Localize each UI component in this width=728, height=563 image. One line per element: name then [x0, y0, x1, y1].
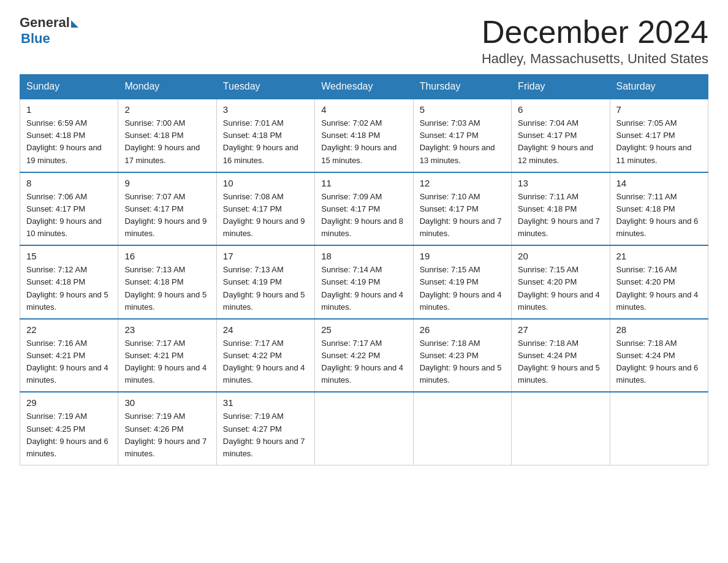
- week-row-2: 8Sunrise: 7:06 AMSunset: 4:17 PMDaylight…: [20, 172, 708, 246]
- day-number: 17: [223, 251, 308, 261]
- day-number: 8: [26, 178, 112, 188]
- day-number: 9: [124, 178, 210, 188]
- calendar-cell: 6Sunrise: 7:04 AMSunset: 4:17 PMDaylight…: [512, 99, 610, 172]
- day-number: 22: [26, 324, 112, 335]
- day-info: Sunrise: 7:04 AMSunset: 4:17 PMDaylight:…: [518, 117, 603, 167]
- day-info: Sunrise: 7:15 AMSunset: 4:19 PMDaylight:…: [420, 264, 505, 313]
- day-number: 3: [223, 104, 308, 115]
- calendar-cell: [610, 392, 708, 465]
- day-info: Sunrise: 7:05 AMSunset: 4:17 PMDaylight:…: [616, 117, 702, 167]
- day-number: 31: [223, 397, 308, 408]
- weekday-header-monday: Monday: [118, 75, 216, 99]
- calendar-cell: 1Sunrise: 6:59 AMSunset: 4:18 PMDaylight…: [20, 99, 118, 172]
- day-info: Sunrise: 7:11 AMSunset: 4:18 PMDaylight:…: [616, 191, 702, 240]
- day-info: Sunrise: 7:16 AMSunset: 4:20 PMDaylight:…: [616, 264, 702, 313]
- day-info: Sunrise: 7:11 AMSunset: 4:18 PMDaylight:…: [518, 191, 603, 240]
- day-number: 16: [124, 251, 210, 261]
- day-number: 6: [518, 104, 603, 115]
- day-number: 23: [124, 324, 210, 335]
- logo-general-text: General: [20, 15, 70, 31]
- day-info: Sunrise: 7:13 AMSunset: 4:19 PMDaylight:…: [223, 264, 308, 313]
- day-info: Sunrise: 7:06 AMSunset: 4:17 PMDaylight:…: [26, 191, 112, 240]
- calendar-cell: 10Sunrise: 7:08 AMSunset: 4:17 PMDayligh…: [216, 172, 314, 246]
- calendar-cell: 20Sunrise: 7:15 AMSunset: 4:20 PMDayligh…: [512, 245, 610, 319]
- day-info: Sunrise: 7:09 AMSunset: 4:17 PMDaylight:…: [321, 191, 406, 240]
- day-number: 2: [124, 104, 210, 115]
- day-info: Sunrise: 7:08 AMSunset: 4:17 PMDaylight:…: [223, 191, 308, 240]
- day-info: Sunrise: 7:03 AMSunset: 4:17 PMDaylight:…: [420, 117, 505, 167]
- weekday-header-row: SundayMondayTuesdayWednesdayThursdayFrid…: [20, 75, 708, 99]
- calendar-cell: 12Sunrise: 7:10 AMSunset: 4:17 PMDayligh…: [413, 172, 511, 246]
- day-number: 7: [616, 104, 702, 115]
- weekday-header-friday: Friday: [512, 75, 610, 99]
- calendar-cell: 30Sunrise: 7:19 AMSunset: 4:26 PMDayligh…: [118, 392, 216, 465]
- calendar-cell: 27Sunrise: 7:18 AMSunset: 4:24 PMDayligh…: [512, 319, 610, 393]
- calendar-cell: 2Sunrise: 7:00 AMSunset: 4:18 PMDaylight…: [118, 99, 216, 172]
- day-info: Sunrise: 6:59 AMSunset: 4:18 PMDaylight:…: [26, 117, 112, 167]
- calendar-cell: 31Sunrise: 7:19 AMSunset: 4:27 PMDayligh…: [216, 392, 314, 465]
- day-number: 21: [616, 251, 702, 261]
- calendar-cell: [512, 392, 610, 465]
- weekday-header-tuesday: Tuesday: [216, 75, 314, 99]
- location-subtitle: Hadley, Massachusetts, United States: [482, 51, 708, 67]
- day-number: 24: [223, 324, 308, 335]
- calendar-cell: 28Sunrise: 7:18 AMSunset: 4:24 PMDayligh…: [610, 319, 708, 393]
- day-number: 15: [26, 251, 112, 261]
- title-section: December 2024 Hadley, Massachusetts, Uni…: [482, 15, 708, 67]
- day-number: 26: [420, 324, 505, 335]
- day-info: Sunrise: 7:13 AMSunset: 4:18 PMDaylight:…: [124, 264, 210, 313]
- calendar-cell: 29Sunrise: 7:19 AMSunset: 4:25 PMDayligh…: [20, 392, 118, 465]
- month-title: December 2024: [482, 15, 708, 50]
- weekday-header-thursday: Thursday: [413, 75, 511, 99]
- week-row-1: 1Sunrise: 6:59 AMSunset: 4:18 PMDaylight…: [20, 99, 708, 172]
- day-number: 19: [420, 251, 505, 261]
- day-number: 14: [616, 178, 702, 188]
- day-number: 20: [518, 251, 603, 261]
- week-row-4: 22Sunrise: 7:16 AMSunset: 4:21 PMDayligh…: [20, 319, 708, 393]
- week-row-3: 15Sunrise: 7:12 AMSunset: 4:18 PMDayligh…: [20, 245, 708, 319]
- day-info: Sunrise: 7:12 AMSunset: 4:18 PMDaylight:…: [26, 264, 112, 313]
- calendar-table: SundayMondayTuesdayWednesdayThursdayFrid…: [20, 74, 708, 465]
- day-info: Sunrise: 7:15 AMSunset: 4:20 PMDaylight:…: [518, 264, 603, 313]
- calendar-cell: 13Sunrise: 7:11 AMSunset: 4:18 PMDayligh…: [512, 172, 610, 246]
- calendar-cell: 9Sunrise: 7:07 AMSunset: 4:17 PMDaylight…: [118, 172, 216, 246]
- calendar-cell: [413, 392, 511, 465]
- weekday-header-sunday: Sunday: [20, 75, 118, 99]
- day-number: 10: [223, 178, 308, 188]
- calendar-cell: 16Sunrise: 7:13 AMSunset: 4:18 PMDayligh…: [118, 245, 216, 319]
- logo-blue-text: Blue: [21, 31, 78, 47]
- day-number: 12: [420, 178, 505, 188]
- day-info: Sunrise: 7:16 AMSunset: 4:21 PMDaylight:…: [26, 337, 112, 387]
- calendar-cell: 26Sunrise: 7:18 AMSunset: 4:23 PMDayligh…: [413, 319, 511, 393]
- calendar-cell: 21Sunrise: 7:16 AMSunset: 4:20 PMDayligh…: [610, 245, 708, 319]
- day-info: Sunrise: 7:18 AMSunset: 4:23 PMDaylight:…: [420, 337, 505, 387]
- calendar-cell: 4Sunrise: 7:02 AMSunset: 4:18 PMDaylight…: [315, 99, 413, 172]
- day-info: Sunrise: 7:07 AMSunset: 4:17 PMDaylight:…: [124, 191, 210, 240]
- week-row-5: 29Sunrise: 7:19 AMSunset: 4:25 PMDayligh…: [20, 392, 708, 465]
- day-info: Sunrise: 7:19 AMSunset: 4:26 PMDaylight:…: [124, 410, 210, 460]
- day-number: 18: [321, 251, 406, 261]
- calendar-cell: 3Sunrise: 7:01 AMSunset: 4:18 PMDaylight…: [216, 99, 314, 172]
- weekday-header-saturday: Saturday: [610, 75, 708, 99]
- day-number: 1: [26, 104, 112, 115]
- calendar-cell: 17Sunrise: 7:13 AMSunset: 4:19 PMDayligh…: [216, 245, 314, 319]
- day-number: 27: [518, 324, 603, 335]
- logo: General Blue: [20, 15, 78, 47]
- day-info: Sunrise: 7:17 AMSunset: 4:22 PMDaylight:…: [321, 337, 406, 387]
- calendar-cell: 25Sunrise: 7:17 AMSunset: 4:22 PMDayligh…: [315, 319, 413, 393]
- day-number: 4: [321, 104, 406, 115]
- calendar-cell: 5Sunrise: 7:03 AMSunset: 4:17 PMDaylight…: [413, 99, 511, 172]
- day-info: Sunrise: 7:18 AMSunset: 4:24 PMDaylight:…: [616, 337, 702, 387]
- weekday-header-wednesday: Wednesday: [315, 75, 413, 99]
- day-info: Sunrise: 7:17 AMSunset: 4:21 PMDaylight:…: [124, 337, 210, 387]
- day-info: Sunrise: 7:00 AMSunset: 4:18 PMDaylight:…: [124, 117, 210, 167]
- day-info: Sunrise: 7:19 AMSunset: 4:25 PMDaylight:…: [26, 410, 112, 460]
- calendar-cell: 8Sunrise: 7:06 AMSunset: 4:17 PMDaylight…: [20, 172, 118, 246]
- calendar-cell: 19Sunrise: 7:15 AMSunset: 4:19 PMDayligh…: [413, 245, 511, 319]
- calendar-cell: [315, 392, 413, 465]
- calendar-cell: 11Sunrise: 7:09 AMSunset: 4:17 PMDayligh…: [315, 172, 413, 246]
- day-number: 30: [124, 397, 210, 408]
- calendar-cell: 18Sunrise: 7:14 AMSunset: 4:19 PMDayligh…: [315, 245, 413, 319]
- logo-triangle-icon: [71, 20, 78, 28]
- calendar-cell: 7Sunrise: 7:05 AMSunset: 4:17 PMDaylight…: [610, 99, 708, 172]
